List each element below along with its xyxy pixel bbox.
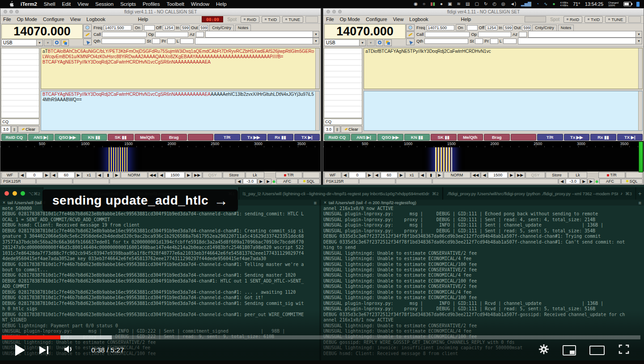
sync-icon[interactable]: ↻ [484, 2, 487, 6]
chevron-down-icon[interactable]: ▼ [36, 40, 42, 46]
scrollbar[interactable] [638, 91, 642, 130]
fullscreen-icon[interactable] [618, 344, 630, 356]
carrier-frequency-input[interactable]: 1500 [488, 172, 508, 178]
macro-button-me-qth[interactable]: Me/Qth [458, 134, 483, 141]
keyboard-icon[interactable]: ▤ [466, 2, 470, 6]
on-time-input[interactable] [144, 25, 155, 30]
menubar-temperature[interactable]: 71° [573, 1, 580, 7]
menubar-app-name[interactable]: iTerm2 [21, 1, 37, 7]
on-button[interactable]: On [456, 24, 466, 31]
macro-button-kn[interactable]: KN ▮▮ [404, 134, 430, 141]
wf-norm-button[interactable]: NORM [121, 172, 148, 178]
tr-toggle[interactable]: T/R [598, 172, 625, 178]
macro-button-ans[interactable]: ANS ▶| [351, 134, 377, 141]
arrow-left-icon[interactable]: ◀ [19, 172, 25, 178]
log-save-icon[interactable] [406, 39, 415, 45]
afc-toggle[interactable]: AFC [599, 179, 621, 184]
browser-clear-button[interactable]: Clear [18, 126, 39, 133]
tab-notes[interactable]: Notes [235, 25, 251, 31]
sql-toggle[interactable]: SQL [621, 179, 643, 184]
wf-signal-range[interactable]: 60 [58, 172, 75, 178]
off-input[interactable]: 1254 [486, 25, 497, 30]
zoom-window-icon[interactable] [21, 191, 25, 196]
menu-shell[interactable]: Shell [44, 1, 55, 7]
rig-mode-dropdown[interactable]: ▼ [367, 39, 375, 46]
on-time-input[interactable] [467, 25, 478, 30]
hamburger-icon[interactable]: ≡ [639, 200, 641, 206]
spot-toggle[interactable]: Spot [550, 17, 559, 22]
macro-button-ans[interactable]: ANS ▶| [28, 134, 54, 141]
tab-cnty-cntry[interactable]: Cnty/Cntry [209, 25, 234, 31]
txid-button[interactable]: TxID [262, 16, 280, 23]
window-controls[interactable] [0, 191, 29, 196]
menubar-clock[interactable]: 13:54:25 [585, 1, 603, 7]
double-arrow-left-icon[interactable]: ◀◀ [471, 172, 481, 178]
macro-button-blank[interactable] [188, 134, 214, 141]
network-throughput[interactable]: 4 KB/s 4 KB/s [560, 1, 568, 7]
scrollbar[interactable] [315, 48, 319, 89]
qth-input[interactable] [102, 39, 145, 44]
macro-button-sk[interactable]: SK ▮▮ [108, 134, 134, 141]
arrow-left-icon[interactable]: ◀ [96, 172, 103, 178]
macro-button-t-r[interactable]: T/R [214, 134, 240, 141]
arrow-right-icon[interactable]: ▶ [258, 179, 264, 184]
op-input[interactable] [155, 32, 188, 37]
waterfall-display[interactable] [0, 147, 321, 171]
right-pane-header[interactable]: × tail /Users/will (tail -f -n 200 /tmp/… [321, 200, 644, 206]
in-input[interactable]: 599 [181, 25, 190, 30]
volume-icon[interactable] [63, 344, 74, 356]
on-button[interactable]: On [133, 24, 143, 31]
terminal-tab-3[interactable]: ./fldigi_proxy.py /Users/will/src/fldigi… [443, 187, 636, 200]
battery-icon[interactable] [623, 2, 631, 6]
wf-mode-button[interactable]: WF [1, 172, 18, 178]
clock-icon[interactable]: ◴ [492, 2, 496, 6]
arrow-right-icon[interactable]: ▶ [588, 179, 594, 184]
window-titlebar[interactable]: fldigi ver4.1.11 - NO CALLSIGN SET [0, 9, 321, 16]
browser-clear-button[interactable]: Clear [341, 126, 362, 133]
arrow-right-icon[interactable]: ▶ [398, 172, 405, 178]
wf-norm-button[interactable]: NORM [444, 172, 470, 178]
browser-channel-list[interactable] [1, 48, 39, 118]
store-button[interactable]: Store [223, 172, 245, 178]
notes-combo[interactable]: ▼ [195, 38, 319, 44]
terminal-pane-right[interactable]: annel 216x1x0/0 now ACTIVE UNUSUAL plugi… [321, 206, 644, 364]
wf-pause-button[interactable]: ▮ [103, 172, 113, 178]
display-icon[interactable]: ▢ [475, 2, 479, 6]
st-input[interactable] [152, 39, 160, 44]
status-dot-icon[interactable]: ● [552, 2, 555, 6]
arrow-left-icon[interactable]: ◀ [342, 172, 348, 178]
double-arrow-right-icon[interactable]: ▶▶ [515, 172, 525, 178]
call-input[interactable] [425, 32, 470, 37]
sql-toggle[interactable]: SQL [298, 179, 320, 184]
lock-toggle[interactable]: Lk [246, 172, 264, 178]
browser-pause-button[interactable]: || [334, 126, 340, 133]
menu-logbook[interactable]: Logbook [86, 17, 105, 22]
qrz-lookup-icon[interactable] [83, 24, 92, 31]
arrow-right-icon[interactable]: ▶ [366, 172, 373, 178]
arrow-right-icon[interactable]: ▶ [580, 179, 587, 184]
mode-status[interactable]: PSK125R [1, 179, 36, 184]
scrollbar[interactable] [315, 91, 319, 130]
freq-input[interactable]: 14071.500 [427, 25, 454, 30]
off-input[interactable]: 1254 [163, 25, 174, 30]
arrow-right-icon[interactable]: ▶ [508, 172, 515, 178]
new-tab-button[interactable]: + [636, 190, 644, 197]
record-icon[interactable]: ◉ [414, 2, 418, 6]
menu-logbook[interactable]: Logbook [409, 17, 428, 22]
terminal-tab-2[interactable]: l1_pay_l2 /Users/will (lightning-cli --l… [239, 187, 443, 200]
tune-button[interactable]: TUNE [282, 16, 303, 23]
wf-signal-range[interactable]: 60 [381, 172, 398, 178]
macro-button-tx[interactable]: Tx ▶▶ [241, 134, 267, 141]
lock-toggle[interactable]: Lk [568, 172, 587, 178]
waterfall-display[interactable] [323, 147, 644, 171]
menu-configure[interactable]: Configure [366, 17, 387, 22]
macro-button-rx[interactable]: Rx ▮▮ [267, 134, 293, 141]
screen-record-icon[interactable]: ▣ [448, 2, 452, 6]
macro-button-rsid-cq[interactable]: RsID CQ [324, 134, 350, 141]
search-icon[interactable]: ○ [423, 2, 425, 6]
loc-input[interactable] [180, 39, 194, 44]
store-button[interactable]: Store [546, 172, 568, 178]
pie-icon[interactable]: ◔ [536, 2, 539, 6]
squelch-level[interactable]: -3.0 [566, 179, 580, 184]
theater-mode-icon[interactable] [589, 346, 605, 355]
